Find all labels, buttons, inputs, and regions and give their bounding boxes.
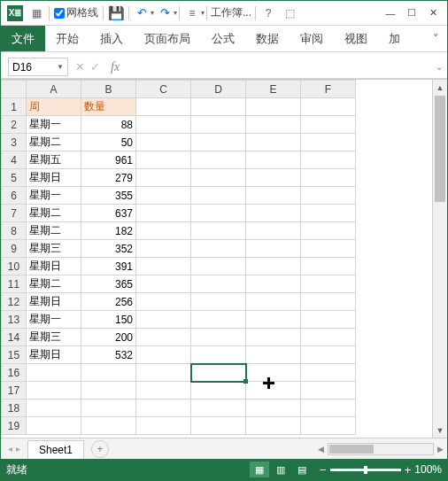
tab-data[interactable]: 数据 [245, 26, 290, 51]
row-header-8[interactable]: 8 [2, 222, 27, 240]
cell-F19[interactable] [301, 417, 356, 435]
row-header-6[interactable]: 6 [2, 187, 27, 205]
close-button[interactable]: ✕ [422, 4, 444, 22]
expand-formula-icon[interactable]: ⌄ [431, 56, 447, 78]
cell-E18[interactable] [246, 400, 301, 417]
cell-F6[interactable] [301, 187, 356, 205]
cell-F14[interactable] [301, 329, 356, 346]
cell-B9[interactable]: 352 [81, 240, 136, 258]
maximize-button[interactable]: ☐ [401, 4, 422, 22]
tab-view[interactable]: 视图 [334, 26, 378, 51]
scroll-down-icon[interactable]: ▼ [433, 423, 447, 438]
cell-A11[interactable]: 星期二 [27, 275, 81, 293]
formula-input[interactable] [125, 58, 426, 76]
cell-D3[interactable] [191, 134, 246, 151]
cell-C10[interactable] [136, 258, 191, 275]
cell-E16[interactable] [246, 364, 301, 382]
page-break-view-icon[interactable]: ▤ [292, 462, 312, 477]
help-icon[interactable]: ? [260, 5, 276, 21]
cell-A8[interactable]: 星期二 [27, 222, 81, 240]
ribbon-collapse-icon[interactable]: ˅ [424, 26, 447, 51]
row-header-13[interactable]: 13 [2, 311, 27, 329]
cell-D13[interactable] [191, 311, 246, 329]
cell-B16[interactable] [81, 364, 136, 382]
row-header-10[interactable]: 10 [2, 258, 27, 275]
cell-C9[interactable] [136, 240, 191, 258]
cell-A9[interactable]: 星期三 [27, 240, 81, 258]
scroll-thumb[interactable] [435, 96, 445, 202]
page-layout-view-icon[interactable]: ▥ [271, 462, 290, 477]
app-switch-icon[interactable]: ▦ [28, 5, 44, 21]
cell-E10[interactable] [246, 258, 301, 275]
cell-B8[interactable]: 182 [81, 222, 136, 240]
name-box[interactable]: D16 ▼ [8, 58, 68, 76]
cell-A1[interactable]: 周 [27, 98, 81, 116]
tab-formulas[interactable]: 公式 [201, 26, 245, 51]
cell-D17[interactable] [191, 382, 246, 400]
col-header-E[interactable]: E [246, 81, 301, 98]
col-header-B[interactable]: B [81, 81, 136, 98]
col-header-C[interactable]: C [136, 81, 191, 98]
row-header-1[interactable]: 1 [2, 98, 27, 116]
cell-B7[interactable]: 637 [81, 205, 136, 222]
cell-C13[interactable] [136, 311, 191, 329]
row-header-18[interactable]: 18 [2, 400, 27, 417]
cell-F18[interactable] [301, 400, 356, 417]
row-header-7[interactable]: 7 [2, 205, 27, 222]
cell-A7[interactable]: 星期二 [27, 205, 81, 222]
cell-E2[interactable] [246, 116, 301, 134]
sheet-nav-last-icon[interactable]: ▸ [16, 444, 20, 454]
cell-C16[interactable] [136, 364, 191, 382]
cell-A19[interactable] [27, 417, 81, 435]
cell-D14[interactable] [191, 329, 246, 346]
cell-E7[interactable] [246, 205, 301, 222]
cell-E11[interactable] [246, 275, 301, 293]
cell-C7[interactable] [136, 205, 191, 222]
cell-E8[interactable] [246, 222, 301, 240]
cell-E15[interactable] [246, 346, 301, 364]
redo-icon[interactable]: ↷ [157, 5, 173, 21]
cell-D1[interactable] [191, 98, 246, 116]
cell-B11[interactable]: 365 [81, 275, 136, 293]
cell-A3[interactable]: 星期二 [27, 134, 81, 151]
cell-C11[interactable] [136, 275, 191, 293]
gridlines-checkbox[interactable]: 网格线 [54, 5, 98, 20]
row-header-4[interactable]: 4 [2, 151, 27, 169]
fx-icon[interactable]: fx [111, 60, 120, 74]
gridlines-check-input[interactable] [54, 8, 65, 19]
cell-F10[interactable] [301, 258, 356, 275]
cell-B17[interactable] [81, 382, 136, 400]
normal-view-icon[interactable]: ▦ [250, 462, 269, 477]
row-header-15[interactable]: 15 [2, 346, 27, 364]
cell-E12[interactable] [246, 293, 301, 311]
cell-B15[interactable]: 532 [81, 346, 136, 364]
tab-file[interactable]: 文件 [1, 26, 45, 51]
zoom-out-button[interactable]: − [320, 463, 327, 477]
cell-E3[interactable] [246, 134, 301, 151]
cell-D2[interactable] [191, 116, 246, 134]
cell-F17[interactable] [301, 382, 356, 400]
cell-F12[interactable] [301, 293, 356, 311]
sheet-nav-first-icon[interactable]: ◂ [8, 444, 12, 454]
cell-F15[interactable] [301, 346, 356, 364]
cell-D7[interactable] [191, 205, 246, 222]
cell-C3[interactable] [136, 134, 191, 151]
cell-A12[interactable]: 星期日 [27, 293, 81, 311]
cell-B18[interactable] [81, 400, 136, 417]
hscroll-left-icon[interactable]: ◀ [318, 445, 324, 454]
cell-F13[interactable] [301, 311, 356, 329]
cell-F5[interactable] [301, 169, 356, 187]
tab-page-layout[interactable]: 页面布局 [134, 26, 201, 51]
row-header-12[interactable]: 12 [2, 293, 27, 311]
cell-D6[interactable] [191, 187, 246, 205]
cell-C14[interactable] [136, 329, 191, 346]
col-header-A[interactable]: A [27, 81, 81, 98]
cell-F16[interactable] [301, 364, 356, 382]
cell-A14[interactable]: 星期三 [27, 329, 81, 346]
add-sheet-button[interactable]: + [91, 440, 109, 458]
row-header-14[interactable]: 14 [2, 329, 27, 346]
cell-A18[interactable] [27, 400, 81, 417]
cell-E5[interactable] [246, 169, 301, 187]
cell-F2[interactable] [301, 116, 356, 134]
hscroll-right-icon[interactable]: ▶ [437, 445, 444, 454]
